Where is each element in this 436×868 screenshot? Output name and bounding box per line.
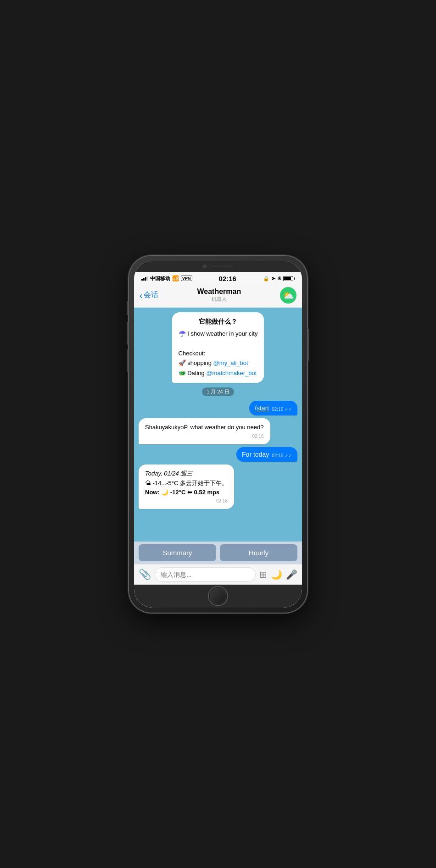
power-button[interactable] — [307, 329, 309, 361]
home-button[interactable] — [208, 586, 228, 606]
status-left: 中国移动 📶 VPN — [141, 275, 192, 282]
rocket-emoji: 🚀 — [179, 359, 186, 366]
status-time: 02:16 — [219, 275, 236, 282]
wifi-icon: 📶 — [172, 275, 179, 282]
summary-button[interactable]: Summary — [139, 544, 216, 561]
carrier-label: 中国移动 — [150, 275, 170, 282]
for-today-text: For today — [242, 451, 269, 458]
chat-subtitle: 机器人 — [197, 296, 241, 303]
intro-bubble: 它能做什么？ ☂️ I show weather in your city Ch… — [172, 312, 264, 383]
signal-bars — [141, 276, 148, 281]
location-icon: ➤ — [271, 276, 275, 282]
input-bar: 📎 ⊞ 🌙 🎤 — [134, 564, 302, 585]
question-time: 02:16 — [145, 433, 264, 440]
volume-down-button[interactable] — [127, 349, 129, 372]
my-ali-bot-link[interactable]: @my_ali_bot — [213, 359, 248, 366]
moon-icon[interactable]: 🌙 — [271, 569, 282, 580]
bot-msg-question: ShakuyakukyoP, what weather do you need?… — [139, 418, 270, 444]
dating-text: Dating — [187, 370, 206, 376]
umbrella-emoji: ☂️ — [179, 330, 186, 337]
start-text: /start — [255, 404, 269, 412]
chat-title: Weatherman — [197, 287, 241, 296]
phone-screen: 中国移动 📶 VPN 02:16 🔒 ➤ ✳ ‹ 会话 — [134, 261, 302, 608]
attachment-icon[interactable]: 📎 — [139, 569, 151, 581]
action-buttons-bar: Summary Hourly — [134, 542, 302, 564]
volume-up-button[interactable] — [127, 322, 129, 345]
bluetooth-icon: ✳ — [277, 276, 281, 282]
nav-bar: ‹ 会话 Weatherman 机器人 ⛅ — [134, 284, 302, 308]
message-input[interactable] — [155, 567, 256, 582]
signal-bar-1 — [141, 279, 143, 281]
battery-icon — [283, 276, 295, 281]
weather-line2: 🌤 -14...-5°C 多云开始于下午。 — [145, 479, 228, 488]
camera-area — [134, 261, 302, 272]
chat-area[interactable]: 它能做什么？ ☂️ I show weather in your city Ch… — [134, 308, 302, 542]
home-area — [134, 585, 302, 608]
status-right: 🔒 ➤ ✳ — [263, 276, 295, 282]
microphone-icon[interactable]: 🎤 — [286, 569, 297, 580]
matchmaker-bot-link[interactable]: @matchmaker_bot — [206, 370, 257, 376]
dating-line: 🐲 Dating @matchmaker_bot — [179, 369, 258, 378]
shopping-text: shopping — [187, 359, 213, 366]
back-button[interactable]: ‹ 会话 — [140, 290, 158, 300]
user-msg-today: For today 02:16 ✓✓ — [236, 447, 297, 462]
today-time: 02:16 ✓✓ — [272, 453, 292, 458]
weather-time: 02:16 — [145, 498, 228, 504]
weather-line3: Now: 🌙 -12°C ⬅ 0.52 mps — [145, 488, 228, 497]
nav-center: Weatherman 机器人 — [197, 287, 241, 303]
weather-question-text: ShakuyakukyoP, what weather do you need? — [145, 423, 264, 432]
weather-line1: Today, 01/24 週三 — [145, 469, 228, 478]
speaker-slot — [210, 265, 233, 267]
shopping-line: 🚀 shopping @my_ali_bot — [179, 359, 258, 368]
phone-device: 中国移动 📶 VPN 02:16 🔒 ➤ ✳ ‹ 会话 — [129, 255, 307, 613]
start-time: 02:16 ✓✓ — [272, 407, 292, 412]
signal-bar-4 — [147, 276, 148, 281]
intro-line1: ☂️ I show weather in your city — [179, 329, 258, 338]
bot-avatar[interactable]: ⛅ — [280, 287, 296, 304]
home-button-inner — [210, 588, 226, 604]
lock-icon: 🔒 — [263, 276, 269, 282]
intro-title: 它能做什么？ — [179, 317, 258, 326]
checkout-label: Checkout: — [179, 349, 258, 358]
signal-bar-3 — [145, 277, 146, 281]
dragon-emoji: 🐲 — [179, 370, 186, 376]
signal-bar-2 — [143, 278, 145, 281]
intro-line1-text: I show weather in your city — [187, 330, 257, 337]
back-label: 会话 — [144, 290, 158, 300]
vpn-badge: VPN — [181, 276, 192, 281]
chevron-left-icon: ‹ — [140, 291, 143, 300]
date-badge: 1 月 24 日 — [202, 387, 234, 396]
bot-msg-weather: Today, 01/24 週三 🌤 -14...-5°C 多云开始于下午。 No… — [139, 464, 234, 509]
status-bar: 中国移动 📶 VPN 02:16 🔒 ➤ ✳ — [134, 272, 302, 284]
user-msg-start: /start 02:16 ✓✓ — [249, 401, 297, 415]
sticker-icon[interactable]: ⊞ — [259, 569, 267, 580]
camera-lens — [203, 265, 207, 268]
hourly-button[interactable]: Hourly — [220, 544, 297, 561]
